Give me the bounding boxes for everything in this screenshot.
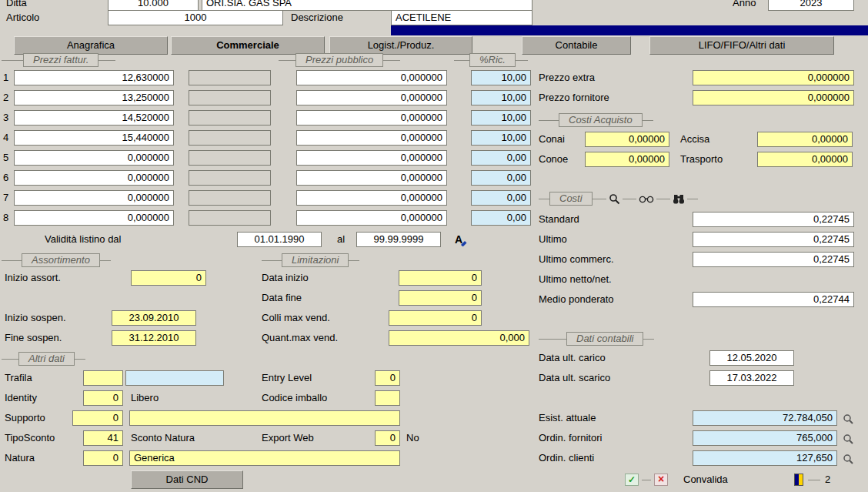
costo-ultimo-row: Ultimo 0,22745: [0, 232, 868, 249]
group-line: [643, 120, 653, 121]
costo-ultimo-field[interactable]: 0,22745: [693, 232, 854, 247]
group-costi: Costi: [539, 192, 698, 206]
accisa-label: Accisa: [680, 133, 709, 145]
data-ult-carico-row: Data ult. carico 12.05.2020: [0, 350, 868, 367]
costi-acquisto-row-2: Conoe 0,00000 Trasporto 0,00000: [0, 152, 868, 169]
assort-row-3: Inizio sospen. 23.09.2010 Colli max vend…: [0, 310, 868, 327]
prezzo-pubblico-field[interactable]: 0,000000: [296, 110, 447, 126]
inizio-sospen-field[interactable]: 23.09.2010: [112, 310, 196, 326]
group-line: [516, 60, 528, 61]
assort-row-4: Fine sospen. 31.12.2010 Quant.max vend. …: [0, 330, 868, 347]
group-label: Costi Acquisto: [559, 113, 643, 127]
prezzo-fattur-field[interactable]: 0,000000: [14, 170, 174, 186]
confirm-check-icon[interactable]: ✓: [625, 474, 639, 486]
tab-commerciale[interactable]: Commerciale: [171, 36, 325, 55]
group-line: [643, 339, 654, 340]
costo-standard-field[interactable]: 0,22745: [693, 212, 854, 227]
data-ult-scarico-field[interactable]: 17.03.2022: [709, 370, 794, 386]
prezzo-fattur-field[interactable]: 14,520000: [14, 110, 174, 126]
libero-label: Libero: [131, 392, 159, 403]
prezzo-fornitore-field[interactable]: 0,000000: [693, 90, 854, 105]
group-label: Prezzi fattur.: [23, 53, 98, 67]
tab-contabile[interactable]: Contabile: [522, 36, 631, 55]
ricarico-field[interactable]: 10,00: [471, 110, 531, 126]
price-row-number: 7: [3, 192, 8, 203]
articolo-label: Articolo: [6, 12, 39, 23]
group-line: [539, 199, 549, 199]
prezzo-pubblico-field[interactable]: 0,000000: [296, 190, 447, 206]
conoe-label: Conoe: [539, 153, 568, 165]
descrizione-field[interactable]: ACETILENE: [391, 10, 532, 25]
price-row: 6 0,000000 0,000000 0,00: [0, 170, 868, 187]
group-line: [656, 199, 670, 199]
data-ult-carico-label: Data ult. carico: [539, 352, 606, 363]
costo-medio-field[interactable]: 0,22744: [693, 292, 854, 307]
group-label: Prezzi pubblico: [295, 53, 383, 67]
data-ult-scarico-label: Data ult. scarico: [539, 372, 610, 383]
esist-attuale-field[interactable]: 72.784,050: [693, 410, 837, 426]
group-prezzi-pubblico: Prezzi pubblico: [279, 53, 400, 67]
ordin-clienti-field[interactable]: 127,650: [693, 450, 837, 466]
page-indicator-icon: [794, 474, 803, 486]
ordin-clienti-search-icon[interactable]: [842, 453, 854, 465]
ricarico-field[interactable]: 0,00: [471, 170, 531, 186]
tab-anagrafica[interactable]: Anagrafica: [14, 36, 168, 55]
codice-imballo-label: Codice imballo: [262, 392, 327, 403]
accisa-field[interactable]: 0,00000: [757, 132, 853, 147]
ordin-fornitori-search-icon[interactable]: [842, 433, 854, 445]
esist-search-icon[interactable]: [842, 413, 854, 425]
cancel-cross-icon[interactable]: ×: [654, 474, 668, 486]
fine-sospen-label: Fine sospen.: [5, 332, 62, 343]
colli-max-field[interactable]: 0: [389, 310, 482, 326]
prezzo-disabled-field: [189, 110, 271, 126]
separator-line: [642, 480, 651, 480]
group-costi-acquisto: Costi Acquisto: [539, 113, 653, 127]
prezzo-fattur-field[interactable]: 0,000000: [14, 190, 174, 206]
group-line: [454, 60, 469, 61]
ordin-fornitori-field[interactable]: 765,000: [693, 430, 837, 446]
group-line: [687, 199, 698, 199]
articolo-row: Articolo 1000 Descrizione ACETILENE: [0, 10, 868, 27]
anno-field[interactable]: 2023: [768, 0, 854, 11]
price-row-number: 6: [3, 172, 8, 183]
tab-lifo-fifo-altri-dati[interactable]: LIFO/FIFO/Altri dati: [649, 36, 834, 55]
ultimo-commerc-label: Ultimo commerc.: [539, 253, 614, 265]
medio-ponderato-label: Medio ponderato: [539, 293, 614, 305]
ricarico-field[interactable]: 0,00: [471, 190, 531, 206]
trasporto-label: Trasporto: [680, 153, 723, 165]
group-ric: %Ric.: [454, 53, 528, 67]
identity-field[interactable]: 0: [83, 390, 123, 406]
costo-ultimo-commerc-field[interactable]: 0,22745: [693, 252, 854, 267]
ordin-clienti-label: Ordin. clienti: [539, 452, 594, 464]
data-ult-carico-field[interactable]: 12.05.2020: [709, 350, 794, 366]
glasses-view-icon[interactable]: [636, 195, 656, 203]
group-line: [2, 60, 23, 61]
tab-logist-produz[interactable]: Logist./Produz.: [329, 36, 472, 55]
conai-field[interactable]: 0,00000: [585, 132, 669, 147]
group-line: [623, 199, 636, 199]
prezzo-extra-field[interactable]: 0,000000: [693, 70, 854, 85]
esist-attuale-row: Esist. attuale 72.784,050: [0, 410, 868, 427]
search-cost-icon[interactable]: [606, 193, 623, 205]
prezzo-extra-row: Prezzo extra 0,000000: [0, 70, 868, 87]
trasporto-field[interactable]: 0,00000: [757, 152, 853, 167]
ultimo-label: Ultimo: [539, 233, 567, 245]
quant-max-field[interactable]: 0,000: [389, 330, 529, 346]
fine-sospen-field[interactable]: 31.12.2010: [112, 330, 196, 346]
prezzo-pubblico-field[interactable]: 0,000000: [296, 170, 447, 186]
group-line: [279, 60, 295, 61]
ordin-clienti-row: Ordin. clienti 127,650: [0, 450, 868, 467]
group-line: [593, 199, 606, 199]
descrizione-label: Descrizione: [291, 12, 343, 23]
data-ult-scarico-row: Data ult. scarico 17.03.2022: [0, 370, 868, 387]
ditta-name-field[interactable]: ORI.SIA. GAS SPA: [202, 0, 532, 11]
articolo-field[interactable]: 1000: [108, 10, 283, 25]
costo-ultimo-netto-row: Ultimo netto/net.: [0, 272, 868, 289]
costo-medio-row: Medio ponderato 0,22744: [0, 292, 868, 309]
group-label: %Ric.: [469, 53, 516, 67]
codice-imballo-field[interactable]: [375, 390, 400, 406]
ditta-code-field[interactable]: 10.000: [108, 0, 199, 11]
conoe-field[interactable]: 0,00000: [585, 152, 669, 167]
binoculars-icon[interactable]: [670, 194, 687, 204]
identity-label: Identity: [5, 392, 37, 403]
